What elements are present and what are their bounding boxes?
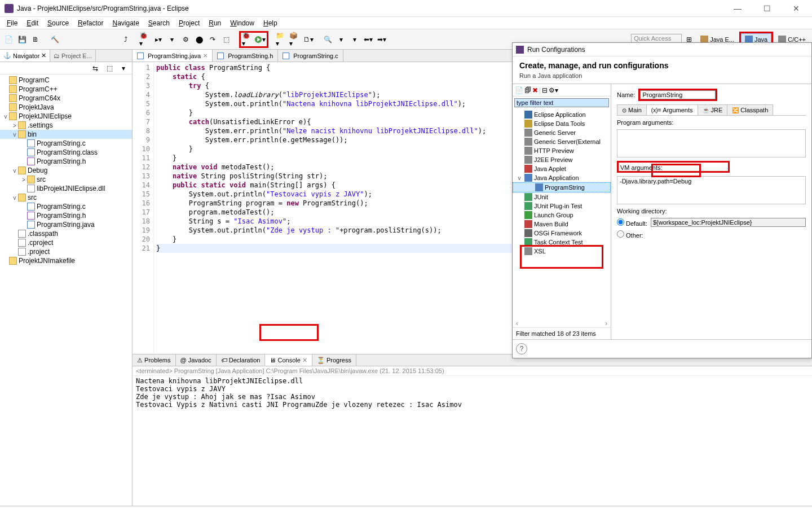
dialog-titlebar[interactable]: Run Configurations	[513, 43, 811, 56]
menu-search[interactable]: Search	[144, 18, 174, 28]
step-button[interactable]: ↷	[206, 33, 219, 46]
minimize-button[interactable]: —	[726, 2, 749, 15]
help-button[interactable]: ?	[516, 343, 527, 354]
new-config-button[interactable]: 📄	[515, 86, 523, 94]
tree-item[interactable]: ProgramString.class	[0, 148, 132, 157]
config-tab-main[interactable]: ⊙ Main	[617, 104, 647, 115]
collapse-all-button[interactable]: ⇆	[89, 62, 102, 75]
config-item[interactable]: Maven Build	[513, 220, 611, 229]
view-menu-button[interactable]: ▾	[117, 62, 130, 75]
breakpoint-button[interactable]: ⬤	[193, 33, 205, 46]
config-item[interactable]: Eclipse Application	[513, 110, 611, 119]
config-item[interactable]: OSGi Framework	[513, 229, 611, 238]
maximize-button[interactable]: ☐	[756, 2, 778, 15]
duplicate-config-button[interactable]: 🗐	[524, 86, 531, 94]
tree-item[interactable]: vbin	[0, 130, 132, 139]
tree-item[interactable]: ProgramString.c	[0, 202, 132, 211]
tree-item[interactable]: vProjektJNIEclipse	[0, 112, 132, 121]
tool3-button[interactable]: ▾	[335, 33, 347, 46]
menu-project[interactable]: Project	[174, 18, 204, 28]
vm-args-input[interactable]: -Djava.library.path=Debug	[617, 176, 806, 204]
save-button[interactable]: 💾	[16, 33, 28, 46]
config-tab-arguments[interactable]: (x)= Arguments	[646, 104, 698, 115]
name-input[interactable]	[640, 90, 716, 99]
config-item[interactable]: XSL	[513, 247, 611, 256]
default-path-input[interactable]	[651, 218, 806, 227]
link-editor-button[interactable]: ⬚	[103, 62, 116, 75]
debug-button[interactable]: 🐞▾	[139, 33, 151, 46]
tree-item[interactable]: .classpath	[0, 229, 132, 238]
run-button[interactable]: ▾	[254, 33, 266, 46]
bottom-tab-declaration[interactable]: 🏷 Declaration	[217, 354, 266, 366]
config-item[interactable]: Task Context Test	[513, 238, 611, 247]
editor-tab[interactable]: ProgramString.java✕	[133, 50, 213, 62]
config-item[interactable]: JUnit Plug-in Test	[513, 202, 611, 211]
tree-item[interactable]: ProgramC64x	[0, 94, 132, 103]
coverage-button[interactable]: ▾	[166, 33, 178, 46]
default-radio[interactable]: Default:	[617, 218, 647, 227]
scroll-left[interactable]: ‹	[516, 319, 518, 327]
bottom-tab-console[interactable]: 🖥 Console ✕	[265, 354, 312, 366]
new-package-button[interactable]: 📦▾	[289, 33, 301, 46]
config-item[interactable]: vJava Application	[513, 173, 611, 182]
new-button[interactable]: 📄	[2, 33, 15, 46]
tree-item[interactable]: >.settings	[0, 121, 132, 130]
tree-item[interactable]: ProgramC++	[0, 85, 132, 94]
config-item[interactable]: Generic Server	[513, 128, 611, 137]
bottom-tab-javadoc[interactable]: @ Javadoc	[176, 354, 217, 366]
build-button[interactable]: 🔨	[48, 33, 61, 46]
save-all-button[interactable]: 🗎	[29, 33, 42, 46]
bottom-tab-problems[interactable]: ⚠ Problems	[133, 354, 176, 366]
config-tree[interactable]: Eclipse ApplicationEclipse Data ToolsGen…	[513, 109, 611, 319]
collapse-config-button[interactable]: ⊟	[542, 86, 548, 94]
back-button[interactable]: ⬅▾	[362, 33, 374, 46]
config-tab-classpath[interactable]: 🔀 Classpath	[727, 104, 773, 115]
delete-config-button[interactable]: ✖	[532, 86, 538, 94]
navigator-tree[interactable]: ProgramCProgramC++ProgramC64xProjektJava…	[0, 75, 132, 506]
tree-item[interactable]: ProgramString.h	[0, 157, 132, 166]
other-radio[interactable]: Other:	[617, 230, 643, 239]
tree-item[interactable]: .cproject	[0, 238, 132, 247]
config-item[interactable]: J2EE Preview	[513, 155, 611, 164]
tree-item[interactable]: libProjektJNIEclipse.dll	[0, 184, 132, 193]
menu-window[interactable]: Window	[226, 18, 259, 28]
tree-item[interactable]: .project	[0, 247, 132, 256]
menu-help[interactable]: Help	[259, 18, 282, 28]
tree-item[interactable]: ProjektJNImakefile	[0, 256, 132, 265]
menu-refactor[interactable]: Refactor	[73, 18, 108, 28]
editor-tab[interactable]: ProgramString.c	[278, 50, 343, 62]
console-output[interactable]: Nactena knihovna libProjektJNIEclipse.dl…	[133, 376, 812, 506]
config-item[interactable]: Launch Group	[513, 211, 611, 220]
run-ext-button[interactable]: ▸▾	[152, 33, 165, 46]
skip-breakpoints-button[interactable]: ⤴	[120, 33, 132, 46]
tree-item[interactable]: >src	[0, 175, 132, 184]
tree-item[interactable]: ProjektJava	[0, 103, 132, 112]
config-item[interactable]: Java Applet	[513, 164, 611, 173]
tree-item[interactable]: ProgramString.h	[0, 211, 132, 220]
search-button[interactable]: 🔍	[321, 33, 334, 46]
config-item[interactable]: HTTP Preview	[513, 146, 611, 155]
profile-button[interactable]: ⚙	[179, 33, 192, 46]
tree-item[interactable]: vsrc	[0, 193, 132, 202]
menu-navigate[interactable]: Navigate	[108, 18, 143, 28]
forward-button[interactable]: ➡▾	[376, 33, 388, 46]
tree-item[interactable]: ProgramString.java	[0, 220, 132, 229]
tool4-button[interactable]: ▾	[348, 33, 361, 46]
menu-edit[interactable]: Edit	[22, 18, 43, 28]
close-button[interactable]: ✕	[785, 2, 807, 15]
config-item[interactable]: JUnit	[513, 192, 611, 202]
config-item[interactable]: Eclipse Data Tools	[513, 119, 611, 128]
new-project-button[interactable]: 📁▾	[275, 33, 288, 46]
config-tab-jre[interactable]: ☕ JRE	[698, 104, 728, 115]
menu-source[interactable]: Source	[43, 18, 73, 28]
navigator-tab[interactable]: ⚓ Navigator ✕	[0, 50, 50, 62]
tree-item[interactable]: ProgramString.c	[0, 139, 132, 148]
new-class-button[interactable]: 🗋▾	[302, 33, 315, 46]
bottom-tab-progress[interactable]: ⏳ Progress	[312, 354, 356, 366]
debug-dropdown-button[interactable]: 🐞▾	[241, 33, 254, 46]
editor-tab[interactable]: ProgramString.h	[213, 50, 278, 62]
menu-file[interactable]: File	[2, 18, 22, 28]
config-item[interactable]: Generic Server(External	[513, 137, 611, 146]
tree-item[interactable]: ProgramC	[0, 76, 132, 85]
filter-input[interactable]	[514, 98, 609, 107]
